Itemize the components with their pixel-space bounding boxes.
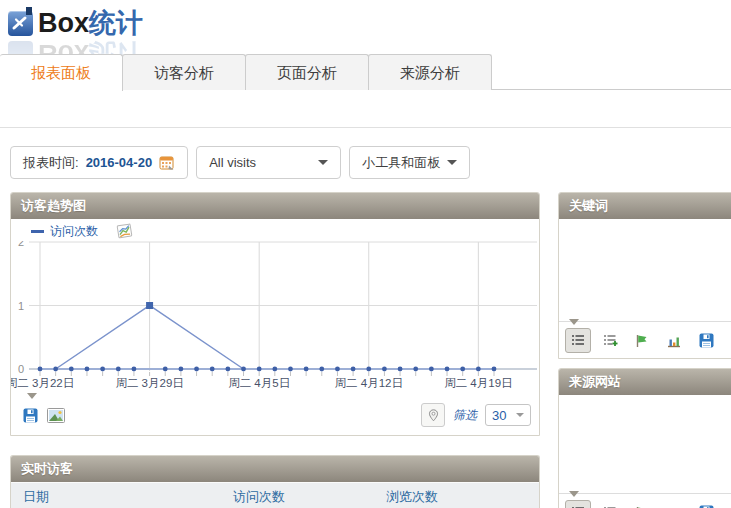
logo-icon [8, 11, 33, 36]
column-header-pageviews[interactable]: 浏览次数 [386, 488, 539, 506]
footer-expand-handle-icon[interactable] [569, 491, 579, 497]
svg-text:1: 1 [18, 300, 24, 312]
svg-text:周二 4月5日: 周二 4月5日 [228, 377, 290, 389]
visitor-trend-panel: 访客趋势图 访问次数 210周二 3月22日周二 3月29日周二 4月5日周二 … [10, 192, 540, 436]
app-header: Box 统计 Box 统计 [0, 0, 731, 52]
table-view-icon[interactable] [565, 328, 591, 353]
annotation-chart-icon[interactable] [116, 223, 133, 239]
chart-legend: 访问次数 [31, 221, 539, 241]
visitor-trend-title[interactable]: 访客趋势图 [11, 193, 539, 219]
chevron-down-icon [318, 160, 328, 165]
image-export-icon[interactable] [47, 408, 65, 423]
tab-page-analysis[interactable]: 页面分析 [245, 54, 369, 90]
map-pin-icon[interactable] [421, 403, 445, 427]
toolbar: 报表时间: 2016-04-20 All visits 小工具和面板 [10, 146, 470, 179]
keywords-body [559, 219, 731, 321]
logo-text-cn: 统计 [89, 5, 143, 41]
svg-text:周二 4月12日: 周二 4月12日 [335, 377, 403, 389]
referrers-body [559, 395, 731, 493]
chevron-down-icon [447, 160, 457, 165]
realtime-table-header: 日期 访问次数 浏览次数 [11, 482, 539, 508]
segment-selector[interactable]: All visits [196, 146, 341, 179]
report-time-label: 报表时间: [23, 154, 79, 172]
logo-text: Box [38, 8, 89, 39]
filter-link[interactable]: 筛选 [453, 407, 477, 424]
legend-label: 访问次数 [50, 223, 98, 240]
svg-text:周二 3月22日: 周二 3月22日 [11, 377, 74, 389]
row-limit-value: 30 [492, 408, 506, 423]
date-selector[interactable]: 报表时间: 2016-04-20 [10, 146, 188, 179]
legend-line-swatch [31, 230, 44, 233]
chart-expand-handle-icon[interactable] [27, 393, 37, 399]
tab-report-dashboard[interactable]: 报表面板 [0, 54, 123, 91]
flag-icon[interactable] [629, 328, 655, 353]
keywords-title[interactable]: 关键词 [559, 193, 731, 219]
bar-chart-icon[interactable] [661, 500, 687, 508]
segment-value: All visits [209, 155, 256, 170]
widgets-dashboard-button[interactable]: 小工具和面板 [349, 146, 470, 179]
export-disk-icon[interactable] [693, 500, 719, 508]
visitor-trend-chart[interactable]: 210周二 3月22日周二 3月29日周二 4月5日周二 4月12日周二 4月1… [11, 241, 539, 393]
main-tabs: 报表面板 访客分析 页面分析 来源分析 [0, 54, 731, 90]
report-date: 2016-04-20 [86, 155, 153, 170]
bar-chart-icon[interactable] [661, 328, 687, 353]
keywords-footer [559, 321, 731, 358]
chart-footer: 筛选 30 [11, 401, 539, 435]
table-more-icon[interactable] [597, 500, 623, 508]
svg-text:2: 2 [18, 241, 24, 248]
flag-icon[interactable] [629, 500, 655, 508]
svg-text:0: 0 [18, 363, 24, 375]
widgets-label: 小工具和面板 [362, 154, 440, 172]
table-view-icon[interactable] [565, 500, 591, 508]
column-header-visits[interactable]: 访问次数 [233, 488, 386, 506]
table-more-icon[interactable] [597, 328, 623, 353]
referrer-websites-panel: 来源网站 [558, 368, 731, 508]
export-disk-icon[interactable] [693, 328, 719, 353]
realtime-visitors-panel: 实时访客 日期 访问次数 浏览次数 [10, 455, 540, 508]
tab-source-analysis[interactable]: 来源分析 [368, 54, 492, 90]
export-disk-icon[interactable] [23, 408, 38, 423]
chevron-down-icon [516, 413, 524, 417]
content-divider [0, 127, 731, 128]
tab-visitor-analysis[interactable]: 访客分析 [122, 54, 246, 90]
referrer-websites-title[interactable]: 来源网站 [559, 369, 731, 395]
keywords-panel: 关键词 [558, 192, 731, 359]
referrers-footer [559, 493, 731, 508]
row-limit-select[interactable]: 30 [485, 404, 531, 426]
svg-text:周二 4月19日: 周二 4月19日 [444, 377, 512, 389]
logo[interactable]: Box 统计 [8, 5, 143, 41]
realtime-visitors-title[interactable]: 实时访客 [11, 456, 539, 482]
calendar-icon [159, 155, 175, 171]
svg-text:周二 3月29日: 周二 3月29日 [115, 377, 183, 389]
footer-expand-handle-icon[interactable] [569, 319, 579, 325]
column-header-date[interactable]: 日期 [11, 488, 233, 506]
chart-footer-right: 筛选 30 [421, 403, 531, 427]
